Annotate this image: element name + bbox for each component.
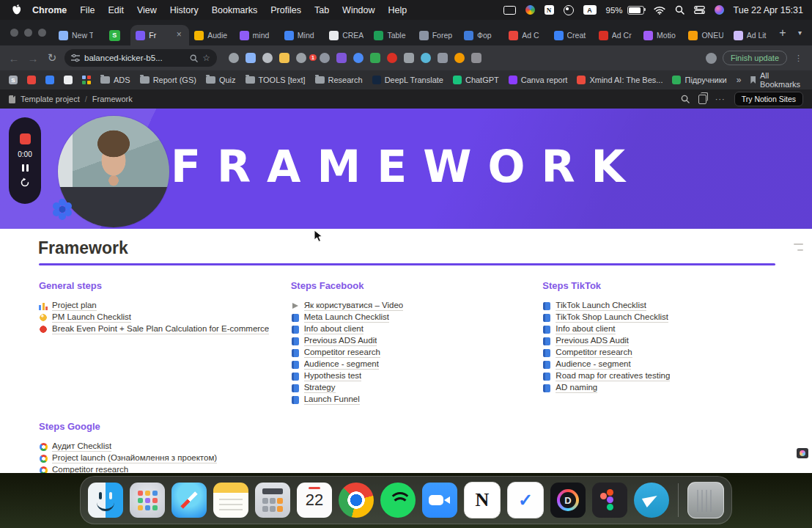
dock-launchpad-icon[interactable]	[130, 483, 165, 518]
page-link[interactable]: Audience - segment	[542, 360, 775, 369]
extension-icon[interactable]	[229, 53, 239, 63]
dock-spotify-icon[interactable]	[380, 483, 416, 518]
extension-icon[interactable]	[421, 53, 431, 63]
browser-tab[interactable]: Ad Cr	[594, 25, 638, 45]
extension-icon[interactable]	[262, 53, 273, 63]
dock-things-icon[interactable]	[507, 482, 544, 518]
bookmark-star-icon[interactable]: ☆	[202, 53, 210, 63]
extension-icon[interactable]	[336, 53, 347, 63]
screen-mirroring-icon[interactable]	[503, 6, 516, 15]
browser-tab[interactable]: Mind	[279, 25, 324, 45]
browser-tab[interactable]: New T	[53, 25, 98, 45]
search-icon[interactable]	[681, 95, 690, 103]
bookmark-link[interactable]: DeepL Translate	[372, 76, 443, 84]
duplicate-icon[interactable]	[698, 95, 706, 104]
profile-circle-icon[interactable]	[525, 5, 535, 15]
menu-clock[interactable]: Tue 22 Apr 15:31	[734, 5, 803, 15]
browser-tab[interactable]: ONEU	[683, 25, 728, 45]
bookmark-folder[interactable]: TOOLS [text]	[246, 76, 306, 84]
bookmark-favicon[interactable]	[64, 76, 73, 84]
browser-tab[interactable]: Ad Lit	[728, 25, 773, 45]
page-link[interactable]: Info about client	[542, 325, 775, 334]
dock-notes-icon[interactable]	[213, 483, 248, 518]
dock-telegram-icon[interactable]	[634, 483, 669, 518]
page-link[interactable]: Audience - segment	[291, 360, 524, 369]
page-link[interactable]: Previous ADS Audit	[542, 337, 775, 345]
bookmark-folder[interactable]: ADS	[100, 76, 130, 84]
extension-icon[interactable]	[387, 53, 397, 63]
menu-app-name[interactable]: Chrome	[26, 5, 73, 15]
page-link[interactable]: Strategy	[291, 384, 524, 392]
page-link[interactable]: Break Even Point + Sale Plan Calculation…	[39, 325, 272, 334]
bookmark-link[interactable]: Xmind AI: The Bes...	[577, 76, 662, 84]
page-link[interactable]: AD naming	[542, 384, 775, 392]
record-status-icon[interactable]	[564, 5, 574, 15]
browser-tab[interactable]: Forep	[414, 25, 459, 45]
page-link[interactable]: Competitor research	[39, 466, 552, 473]
address-bar[interactable]: balanced-kicker-b5... ☆	[64, 49, 217, 67]
new-tab-button[interactable]: +	[773, 23, 792, 43]
bookmark-link[interactable]: Підручники	[672, 76, 726, 84]
page-link[interactable]: Meta Launch Checklist	[291, 313, 524, 322]
siri-icon[interactable]	[715, 5, 724, 15]
all-bookmarks-button[interactable]: All Bookmarks	[750, 71, 803, 89]
page-link[interactable]: Аудит Checklist	[39, 442, 552, 451]
floating-extension-button[interactable]	[797, 448, 808, 458]
bookmark-favicon[interactable]	[27, 76, 36, 84]
bookmark-link[interactable]: ChatGPT	[453, 76, 499, 84]
extension-icon[interactable]	[353, 53, 363, 63]
dock-calendar-icon[interactable]: 22	[297, 483, 332, 518]
extension-icon[interactable]	[370, 53, 380, 63]
bookmark-link[interactable]: Canva report	[509, 76, 568, 84]
close-window-button[interactable]	[10, 29, 18, 37]
dock-davinci-resolve-icon[interactable]	[550, 483, 586, 518]
site-settings-icon[interactable]	[71, 54, 80, 62]
browser-tab[interactable]: mind	[235, 25, 279, 45]
bookmark-favicon[interactable]: S	[9, 76, 18, 84]
tab-search-chevron-icon[interactable]: ▾	[792, 29, 808, 37]
bookmark-grid-favicon[interactable]	[82, 76, 91, 84]
menu-item-edit[interactable]: Edit	[101, 5, 130, 15]
page-link[interactable]: Competitor research	[291, 348, 524, 357]
browser-tab-active[interactable]: Fr ×	[130, 25, 189, 45]
dock-safari-icon[interactable]	[171, 483, 207, 518]
finish-update-button[interactable]: Finish update	[723, 51, 787, 65]
browser-tab[interactable]: Table	[369, 25, 413, 45]
breadcrumb-root[interactable]: Template project	[21, 95, 80, 103]
stop-recording-button[interactable]	[20, 133, 31, 144]
try-notion-sites-button[interactable]: Try Notion Sites	[734, 92, 803, 106]
control-center-icon[interactable]	[694, 6, 705, 14]
page-link[interactable]: Info about client	[291, 325, 524, 334]
menu-item-profiles[interactable]: Profiles	[264, 5, 308, 15]
profile-avatar[interactable]	[706, 53, 717, 64]
extension-icon[interactable]	[320, 53, 330, 63]
more-options-icon[interactable]: ···	[715, 95, 726, 103]
dock-figma-icon[interactable]	[592, 483, 627, 518]
spotlight-icon[interactable]	[675, 5, 684, 15]
page-link[interactable]: TikTok Shop Launch Checklist	[542, 313, 775, 322]
page-link[interactable]: TikTok Launch Checklist	[542, 301, 775, 310]
menu-item-help[interactable]: Help	[382, 5, 414, 15]
bookmark-folder[interactable]: Research	[315, 76, 363, 84]
page-link[interactable]: Project plan	[39, 301, 272, 310]
dock-finder-icon[interactable]	[88, 483, 123, 518]
apple-logo-icon[interactable]	[12, 4, 21, 15]
extension-icon[interactable]	[404, 53, 414, 63]
page-link[interactable]: Competitor research	[542, 348, 775, 357]
reload-button[interactable]: ↻	[45, 51, 59, 65]
extension-icon[interactable]	[279, 53, 289, 63]
menu-item-bookmarks[interactable]: Bookmarks	[205, 5, 265, 15]
page-link[interactable]: Launch Funnel	[291, 395, 524, 404]
menu-item-tab[interactable]: Tab	[308, 5, 336, 15]
pause-recording-button[interactable]	[22, 164, 29, 172]
menu-item-view[interactable]: View	[130, 5, 163, 15]
page-link[interactable]: Previous ADS Audit	[291, 337, 524, 345]
dock-chrome-icon[interactable]	[339, 483, 374, 518]
menu-item-history[interactable]: History	[163, 5, 205, 15]
dock-zoom-icon[interactable]	[422, 483, 457, 518]
notion-menubar-icon[interactable]	[545, 5, 554, 15]
page-link[interactable]: PM Launch Checklist	[39, 313, 272, 322]
browser-tab[interactable]: Ad C	[503, 25, 548, 45]
table-of-contents-indicator[interactable]	[794, 243, 803, 251]
zoom-window-button[interactable]	[38, 29, 46, 37]
